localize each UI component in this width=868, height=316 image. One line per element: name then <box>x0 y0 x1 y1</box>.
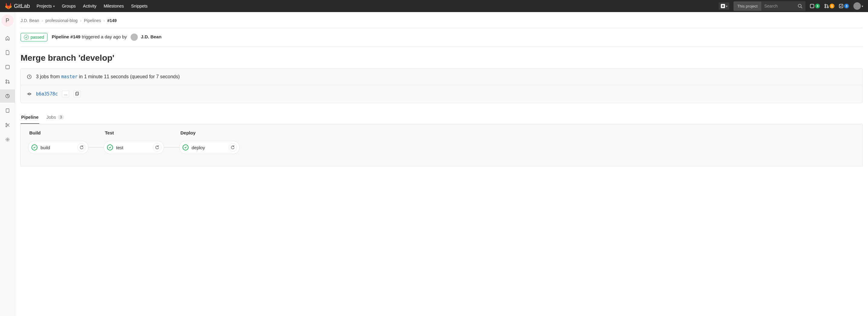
sidebar-repository[interactable] <box>0 46 15 59</box>
svg-point-9 <box>6 82 7 84</box>
breadcrumb-project[interactable]: professional-blog <box>45 18 78 23</box>
stage-test: Test test <box>104 130 164 154</box>
merge-request-icon <box>824 4 829 8</box>
check-circle-icon <box>24 35 29 39</box>
pipeline-header: passed Pipeline #149 triggered a day ago… <box>21 28 863 46</box>
chevron-right-icon: › <box>80 18 82 23</box>
copy-icon <box>75 92 80 96</box>
svg-point-10 <box>8 82 9 84</box>
sidebar-wiki[interactable] <box>0 104 15 117</box>
jobs-summary-text: 3 jobs from master in 1 minute 11 second… <box>36 74 180 80</box>
breadcrumb-current: #149 <box>107 18 117 23</box>
pipeline-graph: Build build Test test <box>21 124 863 166</box>
search-input[interactable] <box>761 1 795 11</box>
doc-icon <box>5 50 10 55</box>
author-avatar[interactable] <box>130 34 138 41</box>
stage-deploy: Deploy deploy <box>179 130 240 154</box>
chevron-right-icon: › <box>41 18 43 23</box>
rocket-icon <box>5 94 10 98</box>
pipeline-title: Pipeline #149 triggered a day ago by J.D… <box>52 34 161 41</box>
pipeline-triggered-text: triggered a day ago by <box>81 34 127 39</box>
sidebar-snippets[interactable] <box>0 119 15 132</box>
user-avatar <box>853 2 861 10</box>
copy-sha-button[interactable] <box>73 91 81 97</box>
mr-badge: 1 <box>830 4 834 8</box>
todos-counter[interactable]: 3 <box>839 4 849 8</box>
stage-connector <box>89 147 104 148</box>
svg-rect-2 <box>810 4 814 8</box>
nav-groups[interactable]: Groups <box>62 4 76 8</box>
nav-links: Projects▾ Groups Activity Milestones Sni… <box>37 4 148 8</box>
home-icon <box>5 36 10 40</box>
author-link[interactable]: J.D. Bean <box>141 34 161 39</box>
sidebar-pipelines[interactable] <box>0 89 15 103</box>
job-name: deploy <box>192 145 205 150</box>
svg-point-1 <box>798 4 801 7</box>
user-menu[interactable]: ▾ <box>853 2 863 10</box>
retry-button[interactable] <box>228 143 237 152</box>
retry-button[interactable] <box>78 143 86 152</box>
nav-milestones[interactable]: Milestones <box>104 4 124 8</box>
breadcrumb-owner[interactable]: J.D. Bean <box>21 18 39 23</box>
check-circle-icon <box>31 145 37 151</box>
nav-activity[interactable]: Activity <box>83 4 96 8</box>
svg-point-13 <box>6 123 7 124</box>
status-badge-label: passed <box>31 35 44 39</box>
svg-rect-7 <box>6 65 9 69</box>
svg-rect-12 <box>6 109 9 113</box>
chevron-down-icon: ▾ <box>862 4 863 8</box>
retry-icon <box>230 145 235 150</box>
plus-icon <box>720 4 725 8</box>
stage-title-build: Build <box>28 130 89 135</box>
search-icon <box>798 4 802 8</box>
main-content: J.D. Bean › professional-blog › Pipeline… <box>15 12 868 316</box>
project-avatar[interactable]: P <box>1 14 13 27</box>
job-name: build <box>40 145 50 150</box>
gear-icon <box>5 137 10 142</box>
job-test[interactable]: test <box>104 141 164 154</box>
job-deploy[interactable]: deploy <box>179 141 240 154</box>
issues-icon <box>5 65 10 69</box>
commit-sha-link[interactable]: b6a3578c <box>36 91 58 97</box>
commit-icon <box>27 92 32 96</box>
book-icon <box>5 108 10 113</box>
nav-projects[interactable]: Projects▾ <box>37 4 55 8</box>
stage-title-test: Test <box>104 130 164 135</box>
create-new-dropdown[interactable]: ▾ <box>719 2 729 10</box>
tab-jobs[interactable]: Jobs 3 <box>46 111 65 124</box>
check-circle-icon <box>183 145 189 151</box>
top-nav-right: ▾ This project 3 1 3 ▾ <box>719 1 863 11</box>
sidebar-settings[interactable] <box>0 133 15 146</box>
svg-point-17 <box>28 93 30 95</box>
pipeline-tabs: Pipeline Jobs 3 <box>21 111 863 124</box>
branch-link[interactable]: master <box>61 74 78 80</box>
search-button[interactable] <box>795 2 805 10</box>
stage-title-deploy: Deploy <box>179 130 240 135</box>
retry-icon <box>155 145 160 150</box>
svg-point-5 <box>827 7 829 8</box>
issues-counter[interactable]: 3 <box>810 4 820 8</box>
check-circle-icon <box>107 145 113 151</box>
clock-icon <box>27 74 32 79</box>
search-scope[interactable]: This project <box>734 1 761 11</box>
sidebar-home[interactable] <box>0 31 15 45</box>
nav-snippets[interactable]: Snippets <box>131 4 148 8</box>
chevron-right-icon: › <box>103 18 105 23</box>
tab-pipeline[interactable]: Pipeline <box>21 111 39 124</box>
gitlab-logo[interactable]: GitLab <box>5 2 30 10</box>
expand-commit-button[interactable]: ... <box>62 91 69 97</box>
sidebar-issues[interactable] <box>0 60 15 74</box>
status-badge: passed <box>21 33 48 41</box>
svg-point-15 <box>7 139 8 140</box>
job-name: test <box>116 145 123 150</box>
job-build[interactable]: build <box>28 141 89 154</box>
todo-badge: 3 <box>844 4 849 8</box>
breadcrumb-section[interactable]: Pipelines <box>84 18 101 23</box>
commit-title: Merge branch 'develop' <box>21 46 863 68</box>
retry-button[interactable] <box>153 143 161 152</box>
retry-icon <box>79 145 84 150</box>
svg-point-4 <box>825 7 826 8</box>
merge-requests-counter[interactable]: 1 <box>824 4 834 8</box>
sidebar-merge-requests[interactable] <box>0 75 15 88</box>
pipeline-info-box: 3 jobs from master in 1 minute 11 second… <box>21 68 863 103</box>
